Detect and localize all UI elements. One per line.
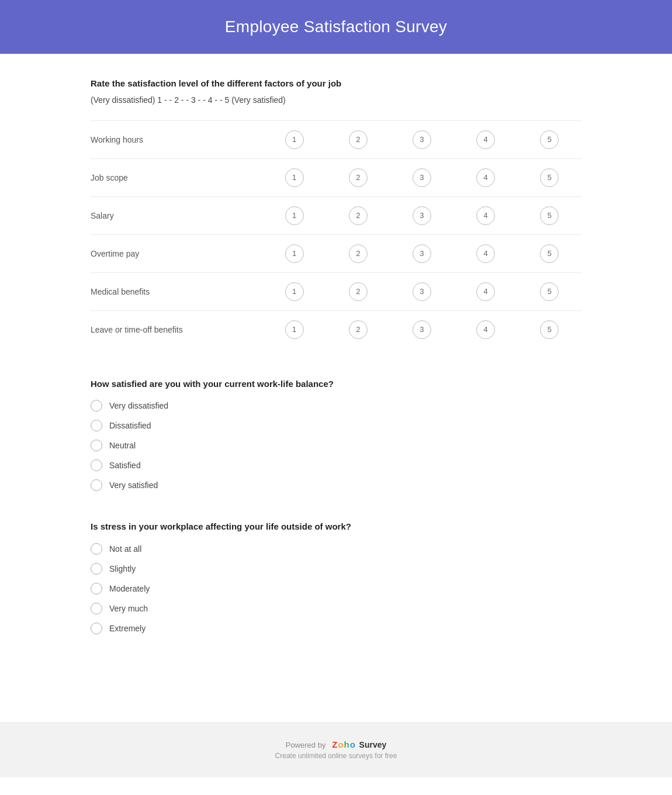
radio-dot xyxy=(91,479,102,491)
radio-option[interactable]: Neutral xyxy=(91,440,581,451)
section-worklife: How satisfied are you with your current … xyxy=(91,378,581,492)
radio-dot xyxy=(91,603,102,614)
radio-option[interactable]: Very satisfied xyxy=(91,479,581,491)
table-row: Salary12345 xyxy=(91,196,581,234)
radio-option[interactable]: Slightly xyxy=(91,563,581,575)
radio-cell[interactable]: 2 xyxy=(326,234,390,272)
rating-circle-1-4[interactable]: 4 xyxy=(476,168,495,187)
radio-cell[interactable]: 5 xyxy=(518,120,581,158)
radio-option[interactable]: Very much xyxy=(91,603,581,614)
rating-circle-4-3[interactable]: 3 xyxy=(413,282,431,301)
radio-label: Very satisfied xyxy=(109,481,158,490)
radio-cell[interactable]: 3 xyxy=(390,310,453,348)
section3-options: Not at allSlightlyModeratelyVery muchExt… xyxy=(91,543,581,634)
rating-circle-2-1[interactable]: 1 xyxy=(285,206,304,225)
radio-cell[interactable]: 1 xyxy=(262,234,326,272)
radio-cell[interactable]: 4 xyxy=(454,234,518,272)
radio-cell[interactable]: 4 xyxy=(454,272,518,310)
rating-circle-4-1[interactable]: 1 xyxy=(285,282,304,301)
row-label: Salary xyxy=(91,196,262,234)
radio-cell[interactable]: 4 xyxy=(454,120,518,158)
radio-cell[interactable]: 5 xyxy=(518,234,581,272)
radio-cell[interactable]: 4 xyxy=(454,196,518,234)
section2-question: How satisfied are you with your current … xyxy=(91,378,581,391)
radio-option[interactable]: Extremely xyxy=(91,623,581,634)
radio-dot xyxy=(91,400,102,412)
radio-cell[interactable]: 5 xyxy=(518,272,581,310)
rating-table: Working hours12345Job scope12345Salary12… xyxy=(91,120,581,348)
rating-circle-4-4[interactable]: 4 xyxy=(476,282,495,301)
table-row: Medical benefits12345 xyxy=(91,272,581,310)
rating-circle-1-2[interactable]: 2 xyxy=(349,168,368,187)
zoho-logo: Zoho xyxy=(332,739,355,749)
section2-options: Very dissatisfiedDissatisfiedNeutralSati… xyxy=(91,400,581,491)
radio-label: Very dissatisfied xyxy=(109,401,168,410)
radio-cell[interactable]: 3 xyxy=(390,120,453,158)
row-label: Overtime pay xyxy=(91,234,262,272)
radio-cell[interactable]: 2 xyxy=(326,196,390,234)
radio-cell[interactable]: 3 xyxy=(390,158,453,196)
brand-survey: Survey xyxy=(359,740,387,749)
rating-circle-2-2[interactable]: 2 xyxy=(349,206,368,225)
radio-label: Extremely xyxy=(109,624,146,633)
footer-powered-by: Powered by Zoho Survey xyxy=(12,739,660,749)
radio-label: Not at all xyxy=(109,544,141,554)
radio-cell[interactable]: 1 xyxy=(262,272,326,310)
rating-circle-0-4[interactable]: 4 xyxy=(476,130,495,149)
page-title: Employee Satisfaction Survey xyxy=(12,18,660,36)
radio-label: Moderately xyxy=(109,584,150,593)
radio-cell[interactable]: 4 xyxy=(454,310,518,348)
rating-circle-1-3[interactable]: 3 xyxy=(413,168,431,187)
radio-cell[interactable]: 4 xyxy=(454,158,518,196)
section1-scale-hint: (Very dissatisfied) 1 - - 2 - - 3 - - 4 … xyxy=(91,94,581,106)
table-row: Job scope12345 xyxy=(91,158,581,196)
rating-circle-4-5[interactable]: 5 xyxy=(540,282,559,301)
rating-circle-5-5[interactable]: 5 xyxy=(540,320,559,339)
rating-circle-3-4[interactable]: 4 xyxy=(476,244,495,263)
radio-cell[interactable]: 1 xyxy=(262,120,326,158)
radio-cell[interactable]: 2 xyxy=(326,272,390,310)
rating-circle-1-1[interactable]: 1 xyxy=(285,168,304,187)
rating-circle-0-3[interactable]: 3 xyxy=(413,130,431,149)
radio-option[interactable]: Moderately xyxy=(91,583,581,594)
radio-option[interactable]: Very dissatisfied xyxy=(91,400,581,412)
rating-circle-3-1[interactable]: 1 xyxy=(285,244,304,263)
rating-circle-2-5[interactable]: 5 xyxy=(540,206,559,225)
rating-circle-3-5[interactable]: 5 xyxy=(540,244,559,263)
rating-circle-0-1[interactable]: 1 xyxy=(285,130,304,149)
rating-circle-3-3[interactable]: 3 xyxy=(413,244,431,263)
rating-circle-2-4[interactable]: 4 xyxy=(476,206,495,225)
rating-circle-3-2[interactable]: 2 xyxy=(349,244,368,263)
rating-circle-5-2[interactable]: 2 xyxy=(349,320,368,339)
radio-cell[interactable]: 3 xyxy=(390,272,453,310)
radio-cell[interactable]: 1 xyxy=(262,310,326,348)
radio-cell[interactable]: 1 xyxy=(262,196,326,234)
rating-circle-4-2[interactable]: 2 xyxy=(349,282,368,301)
radio-cell[interactable]: 2 xyxy=(326,310,390,348)
radio-cell[interactable]: 3 xyxy=(390,196,453,234)
radio-dot xyxy=(91,440,102,451)
rating-circle-5-4[interactable]: 4 xyxy=(476,320,495,339)
radio-label: Very much xyxy=(109,604,148,613)
radio-cell[interactable]: 5 xyxy=(518,196,581,234)
radio-cell[interactable]: 5 xyxy=(518,310,581,348)
rating-circle-2-3[interactable]: 3 xyxy=(413,206,431,225)
rating-circle-5-1[interactable]: 1 xyxy=(285,320,304,339)
radio-cell[interactable]: 3 xyxy=(390,234,453,272)
radio-option[interactable]: Not at all xyxy=(91,543,581,555)
radio-cell[interactable]: 2 xyxy=(326,158,390,196)
rating-circle-1-5[interactable]: 5 xyxy=(540,168,559,187)
rating-circle-5-3[interactable]: 3 xyxy=(413,320,431,339)
radio-cell[interactable]: 5 xyxy=(518,158,581,196)
radio-label: Slightly xyxy=(109,564,136,573)
rating-circle-0-2[interactable]: 2 xyxy=(349,130,368,149)
zoho-o2: o xyxy=(350,739,355,749)
radio-cell[interactable]: 1 xyxy=(262,158,326,196)
radio-dot xyxy=(91,623,102,634)
radio-cell[interactable]: 2 xyxy=(326,120,390,158)
radio-option[interactable]: Dissatisfied xyxy=(91,420,581,431)
rating-circle-0-5[interactable]: 5 xyxy=(540,130,559,149)
radio-option[interactable]: Satisfied xyxy=(91,459,581,471)
zoho-h: h xyxy=(344,739,349,749)
radio-dot xyxy=(91,543,102,555)
